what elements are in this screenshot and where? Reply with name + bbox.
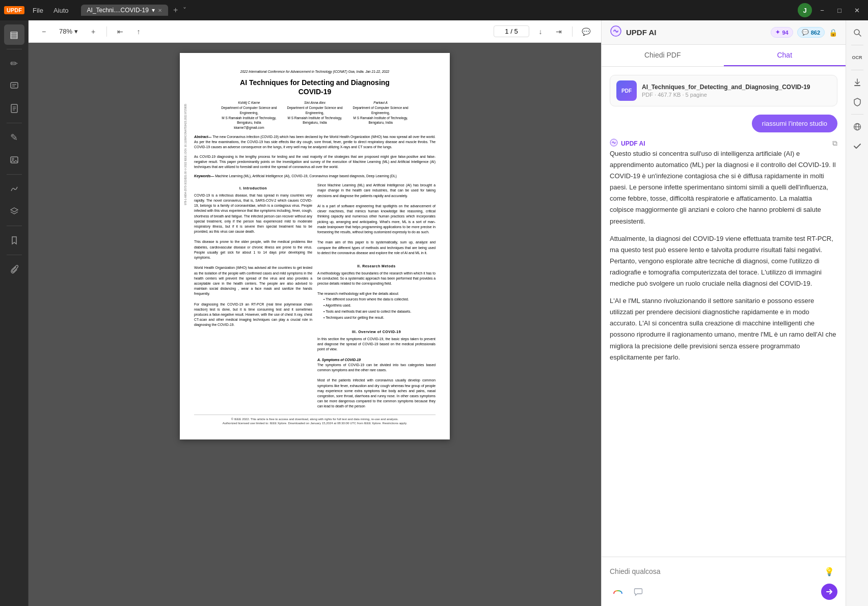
menu-file[interactable]: File [29, 5, 47, 16]
symptoms-more: Most of the patients infected with coron… [317, 378, 436, 409]
author-1-name: Kshitij C Karne [221, 100, 277, 105]
zoom-dropdown-icon: ▾ [74, 27, 78, 35]
tab-label: AI_Techni....COVID-19 [87, 7, 149, 14]
minimize-btn[interactable]: − [815, 3, 829, 17]
annotation-icon[interactable] [4, 76, 24, 96]
tab-bar: AI_Techni....COVID-19 ▾ ✕ + ˅ [81, 5, 794, 16]
file-name: AI_Techniques_for_Detecting_and_Diagnosi… [642, 84, 831, 91]
author-3: Parkavi A Department of Computer Science… [353, 100, 409, 130]
highlight-icon[interactable]: ✏ [4, 53, 24, 74]
file-card: PDF AI_Techniques_for_Detecting_and_Diag… [610, 75, 837, 106]
col-right-main-aim: The main aim of this paper is to systema… [317, 240, 436, 256]
next-page-btn[interactable]: ↓ [533, 24, 548, 39]
user-avatar[interactable]: J [798, 3, 812, 17]
zoom-out-btn[interactable]: − [37, 24, 51, 39]
zoom-display[interactable]: 78% ▾ [55, 26, 82, 37]
maximize-btn[interactable]: □ [832, 3, 847, 17]
sidebar-divider-5 [7, 255, 22, 255]
send-btn[interactable] [821, 584, 837, 600]
pdf-two-col: I. Introduction COVID-19 is a infectious… [194, 183, 436, 409]
ai-message-label: UPDF AI [610, 139, 645, 148]
ai-badge-blue[interactable]: 💬 862 [797, 27, 825, 38]
image-icon[interactable] [4, 150, 24, 170]
page-icon[interactable] [4, 98, 24, 119]
rainbow-icon[interactable] [610, 584, 626, 600]
ai-input-area: 💡 [602, 557, 846, 606]
intro-rtpcr: For diagnosing the COVID-19 an RT-PCR (r… [194, 302, 312, 328]
ocr-icon[interactable]: OCR [849, 49, 865, 66]
export-icon[interactable] [849, 74, 865, 91]
toolbar-sep-2 [572, 26, 573, 37]
signature-icon[interactable] [4, 179, 24, 199]
svg-rect-14 [854, 85, 860, 86]
right-divider-3 [851, 114, 863, 115]
prev-page-btn[interactable]: ↑ [131, 24, 146, 39]
tab-dropdown-icon[interactable]: ▾ [152, 7, 155, 14]
right-divider-1 [851, 45, 863, 45]
checkmark-icon[interactable] [849, 138, 865, 154]
bookmark-icon[interactable] [4, 230, 24, 251]
ai-message-logo-icon [610, 139, 618, 148]
tab-current[interactable]: AI_Techni....COVID-19 ▾ ✕ [81, 5, 168, 16]
symptoms-text: The symptoms of COVID-19 can be divided … [317, 363, 436, 373]
ai-message-body: Questo studio si concentra sull'uso di i… [610, 148, 837, 363]
translate-icon[interactable] [849, 119, 865, 135]
page-input[interactable] [494, 25, 529, 37]
zoom-in-btn[interactable]: + [86, 24, 100, 39]
lock-icon[interactable]: 🔒 [829, 29, 837, 37]
file-meta: PDF · 467.7 KB · 5 pagine [642, 92, 831, 98]
page-nav [494, 25, 529, 37]
menu-help[interactable]: Aiuto [49, 5, 73, 16]
purple-badge-icon: ✦ [775, 29, 780, 36]
ai-badge-purple[interactable]: ✦ 94 [771, 27, 793, 38]
ai-input-row: 💡 [610, 563, 837, 580]
research-gives: The research methodology will give the d… [317, 291, 436, 296]
tab-chat[interactable]: Chat [724, 45, 846, 66]
tab-ask-pdf[interactable]: Chiedi PDF [602, 45, 724, 66]
protect-icon[interactable] [849, 94, 865, 110]
pdf-viewer[interactable]: 978-1-6654-2573-3/22/$31.00 ©2022 IEEE |… [29, 43, 601, 606]
close-btn[interactable]: ✕ [850, 3, 864, 17]
pdf-title: AI Techniques for Detecting and Diagnosi… [194, 78, 436, 96]
tab-list-btn[interactable]: ˅ [183, 6, 186, 14]
author-1-dept: Department of Computer Science and Engin… [221, 105, 277, 125]
ai-chat-input[interactable] [610, 567, 817, 575]
attachment-icon[interactable] [4, 259, 24, 280]
svg-marker-9 [11, 208, 18, 212]
message-para-2: Attualmente, la diagnosi del COVID-19 vi… [610, 233, 837, 289]
keywords-text: Machine Learning (ML), Artificial Intell… [215, 174, 397, 178]
copy-icon[interactable]: ⧉ [832, 139, 837, 148]
search-icon[interactable] [849, 24, 865, 41]
window-controls: J − □ ✕ [798, 3, 864, 17]
new-tab-btn[interactable]: + [170, 5, 181, 16]
blue-badge-icon: 💬 [802, 29, 809, 36]
research-text: A methodology specifies the boundaries o… [317, 271, 436, 287]
app-logo: UPDF [4, 6, 24, 14]
comment-btn[interactable]: 💬 [579, 24, 593, 39]
main-layout: ▤ ✏ ✎ − [0, 20, 868, 606]
chat-bubble-icon[interactable] [630, 584, 646, 600]
author-3-dept: Department of Computer Science and Engin… [353, 105, 409, 125]
tab-close-btn[interactable]: ✕ [158, 8, 162, 13]
summarize-btn[interactable]: riassumi l'intero studio [752, 115, 837, 132]
ai-panel: UPDF AI ✦ 94 💬 862 🔒 Chiedi PDF Chat [601, 20, 846, 606]
abstract-label: Abstract— [194, 135, 211, 139]
ai-title: UPDF AI [626, 28, 767, 37]
layers-icon[interactable] [4, 201, 24, 222]
toolbar: − 78% ▾ + ⇤ ↑ ↓ ⇥ 💬 [29, 20, 601, 43]
pdf-page: 978-1-6654-2573-3/22/$31.00 ©2022 IEEE |… [180, 53, 450, 439]
author-1-email: kkarne7@gmail.com [221, 125, 277, 130]
light-bulb-icon[interactable]: 💡 [821, 563, 837, 580]
ai-chat-area[interactable]: PDF AI_Techniques_for_Detecting_and_Diag… [602, 67, 846, 557]
file-type-icon: PDF [616, 80, 637, 101]
document-icon[interactable]: ▤ [4, 24, 24, 45]
last-page-btn[interactable]: ⇥ [552, 24, 566, 39]
purple-badge-count: 94 [782, 30, 788, 36]
sidebar-divider-3 [7, 174, 22, 175]
edit-text-icon[interactable]: ✎ [4, 127, 24, 148]
first-page-btn[interactable]: ⇤ [113, 24, 127, 39]
message-para-1: Questo studio si concentra sull'uso di i… [610, 148, 837, 227]
sidebar-divider-2 [7, 123, 22, 123]
ai-logo-icon [610, 25, 622, 40]
right-sidebar: OCR [846, 20, 868, 606]
